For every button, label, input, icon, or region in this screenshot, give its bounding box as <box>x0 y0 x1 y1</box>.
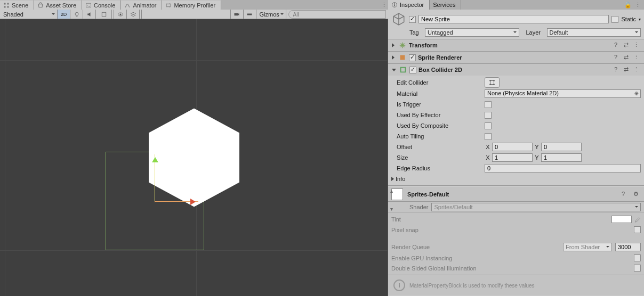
component-menu-icon[interactable]: ⋮ <box>633 42 641 49</box>
panel-menu-icon[interactable]: ⋮ <box>635 2 641 9</box>
lighting-toggle[interactable] <box>70 10 83 19</box>
svg-point-17 <box>489 80 491 81</box>
component-sprite-renderer: Sprite Renderer ? ⇄ ⋮ <box>388 52 644 64</box>
hidden-toggle[interactable] <box>114 10 127 19</box>
component-enabled-checkbox[interactable] <box>409 54 416 61</box>
sprite-renderer-icon <box>398 53 407 62</box>
tag-label: Tag <box>409 29 422 36</box>
info-icon <box>391 2 398 8</box>
tab-inspector[interactable]: Inspector <box>388 0 430 10</box>
tab-console[interactable]: Console <box>82 0 121 10</box>
preset-icon[interactable]: ⇄ <box>624 66 631 73</box>
camera-toggle[interactable] <box>231 10 244 19</box>
svg-rect-2 <box>4 6 6 7</box>
left-panel-menu-icon[interactable]: ⋮ <box>380 2 388 9</box>
gizmo-x-axis[interactable] <box>155 201 198 202</box>
auto-tiling-label: Auto Tiling <box>391 133 485 139</box>
static-checkbox[interactable] <box>611 16 618 23</box>
size-x-input[interactable] <box>492 153 533 162</box>
foldout-toggle[interactable] <box>391 177 394 181</box>
layer-dropdown[interactable]: Default <box>547 28 641 37</box>
static-dropdown-icon[interactable]: ▾ <box>639 17 641 22</box>
gameobject-header: Static ▾ Tag Untagged Layer Default <box>388 10 644 39</box>
gpu-instancing-checkbox[interactable] <box>634 254 641 261</box>
help-icon[interactable]: ? <box>614 54 622 61</box>
gizmos-dropdown[interactable]: Gizmos <box>256 10 286 19</box>
layer-label: Layer <box>526 29 544 36</box>
tab-scene[interactable]: Scene <box>0 0 34 10</box>
tab-label: Asset Store <box>46 2 76 9</box>
tab-services[interactable]: Services <box>430 0 461 10</box>
render-queue-input[interactable] <box>615 243 641 251</box>
sprite-hexagon[interactable] <box>149 109 239 207</box>
audio-icon <box>86 11 93 18</box>
grid-toggle[interactable] <box>244 10 256 19</box>
foldout-toggle[interactable] <box>392 55 395 60</box>
auto-tiling-checkbox[interactable] <box>485 133 492 140</box>
tint-color-field[interactable] <box>611 216 632 223</box>
tab-label: Scene <box>12 2 28 9</box>
used-by-effector-checkbox[interactable] <box>485 112 492 119</box>
size-y-input[interactable] <box>541 153 582 162</box>
component-enabled-checkbox[interactable] <box>409 67 416 73</box>
used-by-composite-checkbox[interactable] <box>485 122 492 129</box>
material-field[interactable]: None (Physics Material 2D) <box>485 89 641 98</box>
tab-animator[interactable]: Animator <box>121 0 162 10</box>
double-sided-checkbox[interactable] <box>634 265 641 272</box>
foldout-toggle[interactable] <box>392 69 396 71</box>
help-icon[interactable]: ? <box>614 66 622 73</box>
bulb-icon <box>74 11 80 18</box>
component-menu-icon[interactable]: ⋮ <box>633 54 641 61</box>
shader-dropdown[interactable]: Sprites/Default <box>431 203 641 211</box>
scene-viewport[interactable] <box>0 19 388 296</box>
is-trigger-checkbox[interactable] <box>485 101 492 108</box>
offset-y-input[interactable] <box>541 143 582 151</box>
gizmo-y-axis[interactable] <box>155 154 155 202</box>
material-name: Sprites-Default <box>407 191 449 198</box>
audio-toggle[interactable] <box>83 10 96 19</box>
help-icon[interactable]: ? <box>614 42 622 49</box>
preset-icon[interactable]: ⇄ <box>624 42 631 49</box>
mode-2d-toggle[interactable]: 2D <box>58 10 70 19</box>
eye-icon <box>117 11 124 18</box>
svg-point-18 <box>493 80 495 81</box>
component-title: Box Collider 2D <box>418 67 462 73</box>
component-title: Transform <box>409 42 438 48</box>
layers-toggle[interactable] <box>127 10 140 19</box>
render-queue-label: Render Queue <box>391 244 563 250</box>
gameobject-enabled-checkbox[interactable] <box>409 16 416 23</box>
y-label: Y <box>534 154 540 161</box>
scene-search-input[interactable] <box>288 10 387 19</box>
foldout-toggle[interactable] <box>392 43 395 47</box>
bag-icon <box>37 2 44 9</box>
info-label: Info <box>396 176 405 182</box>
used-by-composite-label: Used By Composite <box>391 122 485 129</box>
tag-dropdown[interactable]: Untagged <box>425 28 519 37</box>
shading-dropdown[interactable]: Shaded <box>0 10 58 19</box>
grid-icon <box>246 11 253 18</box>
fx-dropdown[interactable] <box>96 10 112 19</box>
eyedropper-icon[interactable] <box>633 216 641 223</box>
render-queue-dropdown[interactable]: From Shader <box>563 243 612 251</box>
tab-asset-store[interactable]: Asset Store <box>34 0 82 10</box>
svg-rect-7 <box>102 12 106 17</box>
offset-x-input[interactable] <box>492 143 533 151</box>
preset-icon[interactable]: ⇄ <box>624 54 631 61</box>
svg-rect-14 <box>400 55 405 60</box>
gameobject-name-input[interactable] <box>418 15 609 23</box>
mat-scroll-up-icon[interactable]: ▴ <box>388 188 395 194</box>
lock-icon[interactable]: 🔓 <box>624 2 632 9</box>
svg-rect-1 <box>7 3 9 4</box>
gear-icon[interactable]: ⚙ <box>633 191 641 198</box>
x-label: X <box>485 154 491 161</box>
svg-point-6 <box>75 12 78 15</box>
component-box-collider-2d: Box Collider 2D ? ⇄ ⋮ Edit Collider Mate… <box>388 64 644 186</box>
edge-radius-input[interactable] <box>485 164 641 172</box>
notice-text: MaterialPropertyBlock is used to modify … <box>409 283 535 289</box>
pixel-snap-checkbox[interactable] <box>634 226 641 233</box>
tab-memory-profiler[interactable]: Memory Profiler <box>162 0 221 10</box>
edit-collider-button[interactable] <box>485 77 500 88</box>
help-icon[interactable]: ? <box>622 191 629 198</box>
mat-scroll-down-icon[interactable]: ▾ <box>388 206 395 212</box>
component-menu-icon[interactable]: ⋮ <box>633 66 641 73</box>
